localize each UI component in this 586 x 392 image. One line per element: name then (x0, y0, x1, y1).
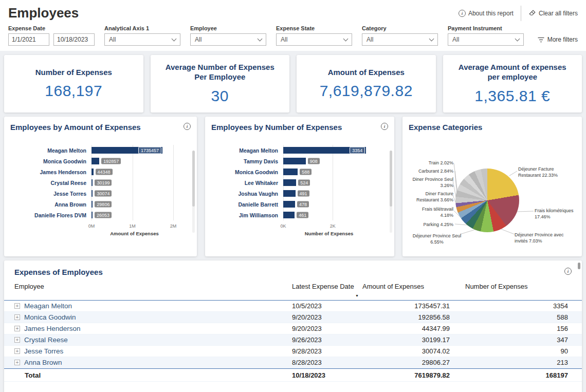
sort-descending-icon (292, 291, 360, 299)
bar[interactable] (91, 169, 94, 175)
bar-category-label: Danielle Barrett (211, 201, 283, 208)
pie-chart[interactable] (455, 169, 519, 232)
bar-category-label: Lee Whitaker (211, 180, 283, 186)
bar-row[interactable]: Meagan Melton3354 (211, 145, 388, 156)
payment-instrument-dropdown[interactable]: All (448, 33, 524, 46)
bar-row[interactable]: Danielle Flores DVM26053 (10, 210, 191, 220)
pie-slice-label: Frais kilométriques 17.46% (535, 208, 575, 220)
amount-cell: 30074.02 (360, 347, 457, 355)
bar-category-label: Meagan Melton (10, 147, 91, 154)
info-icon[interactable] (381, 123, 388, 130)
bar[interactable] (283, 212, 295, 218)
info-icon[interactable] (564, 268, 572, 275)
table-row[interactable]: Crystal Reese 9/26/2023 30199.17 347 (4, 334, 582, 346)
scrollbar[interactable] (578, 263, 580, 392)
chevron-down-icon (515, 36, 520, 42)
info-icon[interactable] (184, 123, 191, 130)
expand-icon[interactable] (14, 326, 20, 331)
chart-title: Expense Categories (409, 123, 482, 132)
bar[interactable] (283, 190, 296, 197)
chart-title: Employees by Number of Expenses (211, 123, 342, 132)
expand-icon[interactable] (14, 314, 20, 320)
scrollbar[interactable] (390, 151, 392, 233)
bar[interactable] (283, 179, 296, 186)
kpi-value: 7,619,879.82 (320, 82, 413, 100)
date-cell: 9/20/2023 (288, 325, 360, 332)
scrollbar-thumb[interactable] (390, 151, 392, 207)
bar[interactable] (91, 179, 93, 186)
scrollbar[interactable] (192, 151, 195, 233)
bar-row[interactable]: Danielle Barrett478 (211, 199, 388, 210)
expand-icon[interactable] (14, 360, 20, 365)
bar-value-label: 30074 (95, 190, 112, 197)
table-header-row: Employee Latest Expense Date Amount of E… (4, 281, 582, 301)
bar-row[interactable]: Joshua Vaughn491 (211, 188, 388, 199)
pie-slice-label: Déjeuner Facture Restaurant 22.33% (518, 166, 570, 178)
bar[interactable] (283, 169, 298, 175)
column-header-employee[interactable]: Employee (4, 283, 288, 291)
employee-cell: Anna Brown (24, 359, 62, 366)
bar-row[interactable]: Anna Brown29806 (10, 199, 191, 210)
report-canvas: Number of Expenses 168,197 Average Numbe… (0, 51, 586, 392)
bar[interactable] (91, 190, 93, 197)
about-report-link[interactable]: About this report (459, 10, 514, 17)
bar-row[interactable]: Jim Williamson461 (211, 210, 388, 220)
chevron-down-icon (258, 36, 263, 42)
bar-row[interactable]: James Henderson44348 (10, 166, 191, 177)
count-cell: 90 (457, 347, 582, 355)
bar-category-label: Monica Goodwin (10, 158, 91, 164)
column-header-amount[interactable]: Amount of Expenses (360, 283, 457, 291)
scrollbar-thumb[interactable] (192, 151, 195, 207)
scrollbar-thumb[interactable] (578, 263, 580, 269)
column-header-number[interactable]: Number of Expenses (457, 283, 582, 291)
pie-area: Train 2.02% Carburant 2.84% Diner Provin… (409, 135, 576, 250)
table-row[interactable]: Anna Brown 8/28/2023 29806.27 213 (4, 357, 582, 368)
bar-row[interactable]: Monica Goodwin192857 (10, 156, 191, 166)
date-cell: 9/26/2023 (288, 336, 360, 344)
expand-icon[interactable] (14, 348, 20, 354)
employee-dropdown[interactable]: All (190, 33, 266, 46)
divider (521, 6, 521, 21)
analytical-axis-dropdown[interactable]: All (104, 33, 180, 46)
count-cell: 213 (457, 359, 582, 366)
bar-row[interactable]: Meagan Melton1735457 (10, 145, 191, 156)
bar-category-label: Tammy Davis (211, 158, 283, 164)
bar[interactable] (283, 158, 306, 164)
table-row[interactable]: James Henderson 9/20/2023 44347.99 156 (4, 323, 582, 334)
employee-cell: Monica Goodwin (24, 313, 76, 321)
bar[interactable] (283, 201, 295, 208)
bar-value-label: 524 (298, 179, 310, 186)
column-header-latest-expense-date[interactable]: Latest Expense Date (288, 283, 360, 298)
table-row[interactable]: Meagan Melton 10/5/2023 1735457.31 3354 (4, 301, 582, 312)
category-dropdown[interactable]: All (362, 33, 438, 46)
bar-row[interactable]: Tammy Davis908 (211, 156, 388, 166)
clear-all-filters-button[interactable]: Clear all filters (528, 9, 578, 17)
bar-row[interactable]: Lee Whitaker524 (211, 177, 388, 188)
bar[interactable] (91, 158, 99, 164)
bar-row[interactable]: Monica Goodwin588 (211, 166, 388, 177)
bar-row[interactable]: Jesse Torres30074 (10, 188, 191, 199)
bar[interactable] (91, 212, 93, 218)
kpi-value: 168,197 (45, 82, 102, 100)
bar[interactable] (91, 201, 93, 208)
expand-icon[interactable] (14, 337, 20, 343)
axis-tick-label: 2M (170, 223, 177, 229)
bar-row[interactable]: Crystal Reese30199 (10, 177, 191, 188)
more-filters-button[interactable]: More filters (538, 36, 578, 43)
table-row[interactable]: Jesse Torres 9/28/2023 30074.02 90 (4, 346, 582, 357)
pie-slice-label: Diner Province Seul 3.26% (412, 177, 453, 189)
kpi-title: Number of Expenses (35, 68, 112, 78)
expand-icon[interactable] (14, 303, 20, 309)
table-row[interactable]: Monica Goodwin 9/20/2023 192856.58 588 (4, 312, 582, 323)
pie-slice-label: Déjeuner Province avec invités 7.03% (515, 232, 574, 244)
eraser-icon (528, 9, 536, 17)
date-start-input[interactable] (8, 33, 49, 46)
employee-cell: James Henderson (24, 325, 81, 332)
bar-value-label: 192857 (101, 158, 121, 164)
bar-value-label: 1735457 (138, 146, 161, 154)
expense-state-dropdown[interactable]: All (276, 33, 352, 46)
date-end-input[interactable] (53, 33, 95, 46)
bar-category-label: Crystal Reese (10, 180, 91, 186)
axis-tick-label: 1M (129, 223, 136, 229)
count-cell: 3354 (457, 302, 582, 310)
